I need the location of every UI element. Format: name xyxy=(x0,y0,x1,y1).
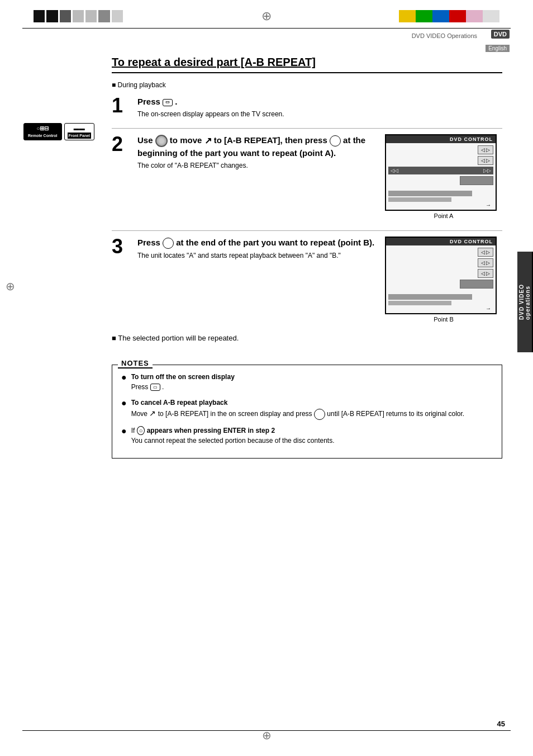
dvd-footer-a: → xyxy=(386,189,496,210)
step-1: 1 Press ▭ . The on-screen display appear… xyxy=(112,96,502,118)
step-2-left: 2 Use to move ↗ to [A-B REPEAT], then pr… xyxy=(112,134,376,219)
dvd-control-body-b: ◁ ▷ ◁ ▷ ◁ ▷ xyxy=(386,245,496,292)
step-2-sub: The color of "A-B REPEAT" changes. xyxy=(137,162,376,169)
dvd-row-b3: ◁ ▷ xyxy=(388,269,493,278)
dvd-row-1: ◁ ▷ xyxy=(388,145,493,154)
step-3-text: Press at the end of the part you want to… xyxy=(137,237,376,249)
top-crosshair: ⊕ xyxy=(261,9,272,23)
step-3-content: Press at the end of the part you want to… xyxy=(134,237,376,259)
point-a-label: Point A xyxy=(385,212,502,219)
dvd-highlight-content: ◁◁ ▷▷ xyxy=(391,168,491,173)
note-2-content: To cancel A-B repeat playback Move ↗ to … xyxy=(131,398,465,420)
note-1-period: . xyxy=(162,383,164,391)
step-1-separator xyxy=(112,128,502,129)
note-1: ● To turn off the on screen display Pres… xyxy=(121,372,493,392)
dvd-row-b4 xyxy=(388,280,493,289)
step-2-panel: DVD CONTROL ◁ ▷ ◁ ▷ ◁◁ ▷▷ xyxy=(385,134,502,219)
dvd-row-4 xyxy=(388,176,493,185)
note-2: ● To cancel A-B repeat playback Move ↗ t… xyxy=(121,398,493,420)
enter-button-icon-2 xyxy=(330,135,341,147)
step-2-row: 2 Use to move ↗ to [A-B REPEAT], then pr… xyxy=(112,134,376,169)
dvd-badge: DVD xyxy=(491,30,510,39)
dvd-row-b1: ◁ ▷ xyxy=(388,248,493,257)
bottom-line xyxy=(22,730,511,731)
note-2-text3: until [A-B REPEAT] returns to its origin… xyxy=(327,410,464,418)
step-3: 3 Press at the end of the part you want … xyxy=(112,237,502,323)
during-label: ■ During playback xyxy=(112,81,502,89)
dvd-arrow-a: → xyxy=(388,202,493,208)
note-2-text2: to [A-B REPEAT] in the on screen display… xyxy=(158,410,314,418)
note-1-content: To turn off the on screen display Press … xyxy=(131,372,235,392)
enter-button-icon-3 xyxy=(163,238,174,249)
step-2: 2 Use to move ↗ to [A-B REPEAT], then pr… xyxy=(112,134,502,219)
note-3-if: If xyxy=(131,427,137,434)
note-3: ● If ○ appears when pressing ENTER in st… xyxy=(121,426,493,446)
point-b-label: Point B xyxy=(385,316,502,323)
note-3-bullet: ● xyxy=(121,424,127,438)
dvd-btn-4a xyxy=(460,176,493,185)
dvd-footer-bar2 xyxy=(388,197,451,202)
step-3-number: 3 xyxy=(112,237,134,259)
note-1-bold: To turn off the on screen display xyxy=(131,373,235,381)
dvd-btn-2a: ◁ ▷ xyxy=(478,156,493,165)
english-badge: English xyxy=(486,45,510,52)
dvd-btn-b2: ◁ ▷ xyxy=(478,258,493,267)
section-title: To repeat a desired part [A-B REPEAT] xyxy=(112,56,502,73)
dvd-hl-left: ◁◁ xyxy=(391,168,398,173)
dvd-btn-b3: ◁ ▷ xyxy=(478,269,493,278)
display-button-icon: ▭ xyxy=(163,99,173,106)
dvd-row-3-highlight: ◁◁ ▷▷ xyxy=(388,167,493,174)
step-2-text: Use to move ↗ to [A-B REPEAT], then pres… xyxy=(137,134,376,159)
dvd-btn-1a: ◁ ▷ xyxy=(478,145,493,154)
dvd-row-2: ◁ ▷ xyxy=(388,156,493,165)
note-3-content: If ○ appears when pressing ENTER in step… xyxy=(131,426,335,446)
note-1-bullet: ● xyxy=(121,371,127,384)
step-2-number: 2 xyxy=(112,134,134,169)
dvd-btn-b4 xyxy=(460,280,493,289)
side-tab: DVD VIDEOoperations xyxy=(517,252,533,352)
main-content: To repeat a desired part [A-B REPEAT] ■ … xyxy=(112,56,502,459)
dvd-ops-label: DVD VIDEO Operations xyxy=(412,32,477,39)
note-2-text: Move xyxy=(131,410,150,418)
note-1-display-icon: ▭ xyxy=(150,384,160,391)
front-panel-icon: ▬▬ Front Panel xyxy=(64,123,95,140)
dvd-row-b2: ◁ ▷ xyxy=(388,258,493,267)
step-3-sub: The unit locates "A" and starts repeat p… xyxy=(137,252,376,259)
header-line xyxy=(22,28,511,29)
step-1-period: . xyxy=(175,97,177,106)
jog-dial-icon xyxy=(155,135,168,147)
remote-control-icon: ○⊞⊟ Remote Control xyxy=(23,123,62,140)
dvd-hl-right: ▷▷ xyxy=(483,168,491,173)
step-2-content: Use to move ↗ to [A-B REPEAT], then pres… xyxy=(134,134,376,169)
left-crosshair: ⊕ xyxy=(6,280,15,293)
note-3-bold: appears when pressing ENTER in step 2 xyxy=(147,427,275,434)
notes-title: NOTES xyxy=(118,359,153,368)
step-1-sub: The on-screen display appears on the TV … xyxy=(137,110,502,118)
dvd-control-panel-a: DVD CONTROL ◁ ▷ ◁ ▷ ◁◁ ▷▷ xyxy=(385,134,497,211)
step-2-separator xyxy=(112,230,502,231)
page-number: 45 xyxy=(497,720,505,728)
step-3-panel: DVD CONTROL ◁ ▷ ◁ ▷ ◁ ▷ xyxy=(385,237,502,323)
note-2-enter-icon xyxy=(314,409,325,420)
step-1-number: 1 xyxy=(112,96,134,118)
dvd-footer-bar1 xyxy=(388,191,472,196)
top-color-bar xyxy=(399,10,499,22)
cursor-arrow-icon: ↗ xyxy=(204,135,212,147)
dvd-control-header-a: DVD CONTROL xyxy=(386,135,496,143)
step-1-text: Press ▭ . xyxy=(137,96,502,107)
step-1-press: Press xyxy=(137,97,160,106)
dvd-footer-bar-b1 xyxy=(388,294,472,300)
top-black-bar xyxy=(34,10,123,22)
dvd-control-panel-b: DVD CONTROL ◁ ▷ ◁ ▷ ◁ ▷ xyxy=(385,237,497,314)
dvd-footer-b: → xyxy=(386,292,496,313)
dvd-control-body-a: ◁ ▷ ◁ ▷ ◁◁ ▷▷ xyxy=(386,143,496,189)
dvd-footer-bar-b2 xyxy=(388,301,451,305)
dvd-btn-b1: ◁ ▷ xyxy=(478,248,493,257)
note-3-no-icon: ○ xyxy=(137,426,145,435)
repeat-note: ■ The selected portion will be repeated. xyxy=(112,334,502,342)
step-1-content: Press ▭ . The on-screen display appears … xyxy=(134,96,502,118)
note-2-bold: To cancel A-B repeat playback xyxy=(131,399,228,407)
step-3-row: 3 Press at the end of the part you want … xyxy=(112,237,376,259)
note-2-bullet: ● xyxy=(121,396,127,410)
dvd-arrow-b: → xyxy=(388,305,493,311)
